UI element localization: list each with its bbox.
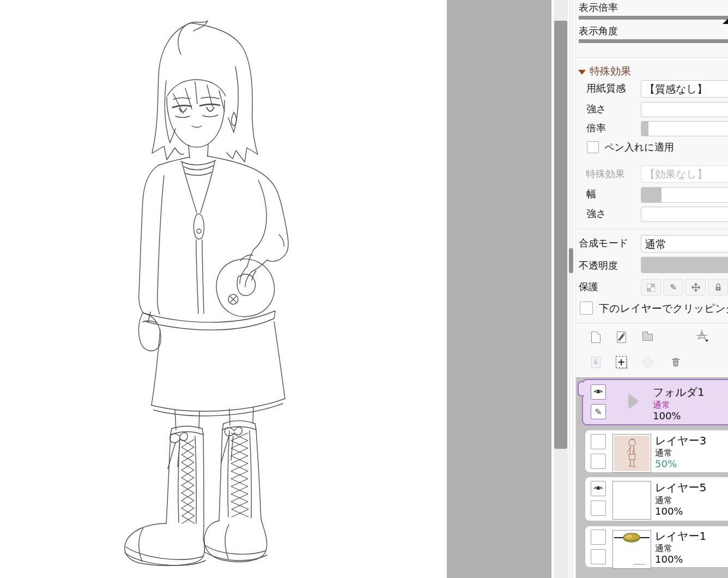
new-layer-icon <box>591 332 600 343</box>
panel-scrollbar-thumb[interactable] <box>569 248 573 273</box>
app-window: 表示倍率 表示角度 特殊効果 用紙質感 【質感なし】 強さ 倍率 ペン入れに適用… <box>0 0 728 578</box>
folder-visibility-checkbox[interactable] <box>591 384 606 400</box>
blend-mode-dropdown[interactable]: 通常 <box>641 235 728 252</box>
new-folder-icon <box>642 334 653 341</box>
protect-lock-button[interactable] <box>708 279 728 296</box>
duplicate-layer-button[interactable]: + <box>611 353 631 371</box>
collapse-arrow-icon <box>578 70 586 75</box>
side-panel: 表示倍率 表示角度 特殊効果 用紙質感 【質感なし】 強さ 倍率 ペン入れに適用… <box>575 0 728 578</box>
section-title: 特殊効果 <box>590 65 631 77</box>
layer1-thumbnail[interactable] <box>612 530 651 569</box>
move-icon <box>691 283 700 292</box>
strength2-slider[interactable] <box>641 207 728 222</box>
canvas-vertical-scrollbar[interactable] <box>554 0 568 578</box>
lock-icon <box>714 283 722 292</box>
paper-texture-dropdown[interactable]: 【質感なし】 <box>641 80 728 98</box>
layer3-pencil-checkbox[interactable] <box>591 454 606 469</box>
trash-icon <box>671 357 680 367</box>
new-linework-layer-icon <box>617 332 626 343</box>
linework-tool-button[interactable] <box>693 327 712 345</box>
angle-label: 表示角度 <box>579 26 618 37</box>
layer-row-layer3[interactable]: レイヤー3 通常 50% <box>585 430 728 473</box>
layer5-pencil-checkbox[interactable] <box>591 501 606 516</box>
protect-label: 保護 <box>579 281 598 292</box>
effect-label: 特殊効果 <box>586 168 625 179</box>
transfer-down-icon <box>591 357 600 368</box>
canvas-artwork[interactable] <box>0 0 447 578</box>
layer1-pencil-checkbox[interactable] <box>591 549 606 564</box>
blend-mode-value: 通常 <box>641 236 728 252</box>
layer-opacity: 100% <box>655 505 683 517</box>
divider <box>578 323 728 323</box>
checker-icon <box>647 284 655 292</box>
layer-row-layer1[interactable]: レイヤー1 通常 100% <box>585 526 728 568</box>
protect-opacity-button[interactable] <box>641 279 661 296</box>
effect-dropdown[interactable]: 【効果なし】 <box>641 165 728 183</box>
protect-draw-button[interactable]: ✎ <box>663 279 683 296</box>
transfer-down-button[interactable] <box>586 353 605 371</box>
protect-move-button[interactable] <box>685 279 706 296</box>
paper-texture-label: 用紙質感 <box>586 83 626 94</box>
character-sketch <box>0 0 447 578</box>
opacity-slider[interactable] <box>641 257 728 273</box>
opacity-label: 不透明度 <box>579 260 618 271</box>
layer3-visibility-checkbox[interactable] <box>591 434 606 449</box>
effect-value: 【効果なし】 <box>641 166 728 182</box>
layer3-thumbnail[interactable] <box>612 434 651 473</box>
eye-icon <box>593 389 603 395</box>
strip-line <box>569 0 570 578</box>
layer5-visibility-checkbox[interactable] <box>591 481 606 496</box>
section-special-effects[interactable]: 特殊効果 <box>578 64 631 79</box>
layer-row-folder1[interactable]: ✎ フォルダ1 通常 100% <box>582 379 728 425</box>
layer-blend: 通常 <box>653 400 670 411</box>
zoom-slider[interactable] <box>579 16 728 20</box>
canvas-scrollbar-thumb[interactable] <box>554 21 567 449</box>
eraser-icon <box>641 356 653 368</box>
layer-blend: 通常 <box>655 448 672 459</box>
width-slider[interactable] <box>641 187 728 203</box>
scale-label: 倍率 <box>586 123 606 134</box>
clear-layer-button[interactable] <box>638 353 657 371</box>
layer-name: レイヤー5 <box>655 480 706 495</box>
width-label: 幅 <box>586 189 596 200</box>
strength2-label: 強さ <box>586 208 606 219</box>
width-slider-fill <box>641 188 662 202</box>
eye-icon <box>593 485 603 492</box>
layer5-thumbnail[interactable] <box>612 481 651 520</box>
layer1-visibility-checkbox[interactable] <box>591 529 606 545</box>
clip-lower-layer-label: 下のレイヤーでクリッピング <box>599 303 728 314</box>
strength-slider[interactable] <box>641 102 728 117</box>
pencil-icon: ✎ <box>670 282 677 292</box>
thumbnail-sketch <box>614 436 650 471</box>
zoom-label: 表示倍率 <box>579 2 618 13</box>
angle-slider[interactable] <box>579 39 728 43</box>
folder-tab <box>578 381 584 396</box>
layer-row-layer5[interactable]: レイヤー5 通常 100% <box>585 477 728 521</box>
delete-layer-button[interactable] <box>666 353 685 371</box>
opacity-slider-fill <box>641 257 728 273</box>
layers-list: ✎ フォルダ1 通常 100% <box>576 377 728 578</box>
thumbnail-logo <box>614 532 650 567</box>
new-folder-button[interactable] <box>638 328 657 346</box>
workspace-background <box>447 0 551 578</box>
divider <box>578 229 728 230</box>
scale-slider-fill <box>641 122 648 136</box>
blend-mode-label: 合成モード <box>579 238 628 249</box>
clip-lower-layer-checkbox[interactable] <box>580 302 593 315</box>
apply-inking-checkbox[interactable] <box>587 141 599 153</box>
folder-pencil-checkbox[interactable]: ✎ <box>591 404 606 419</box>
layer-opacity: 100% <box>653 410 681 422</box>
layer-opacity: 100% <box>655 553 683 565</box>
apply-inking-label: ペン入れに適用 <box>604 142 674 153</box>
compass-icon <box>695 329 709 343</box>
strength-label: 強さ <box>586 104 606 115</box>
new-linework-layer-button[interactable] <box>611 328 631 346</box>
layer-opacity: 50% <box>655 458 677 469</box>
pencil-icon: ✎ <box>594 407 602 417</box>
panel-scroll-strip[interactable] <box>568 0 575 578</box>
folder-collapse-triangle[interactable] <box>629 394 638 408</box>
new-layer-button[interactable] <box>586 328 605 346</box>
layer-name: フォルダ1 <box>653 385 705 400</box>
zoom-value-cropped-digit <box>723 18 728 24</box>
scale-slider[interactable] <box>641 121 728 136</box>
